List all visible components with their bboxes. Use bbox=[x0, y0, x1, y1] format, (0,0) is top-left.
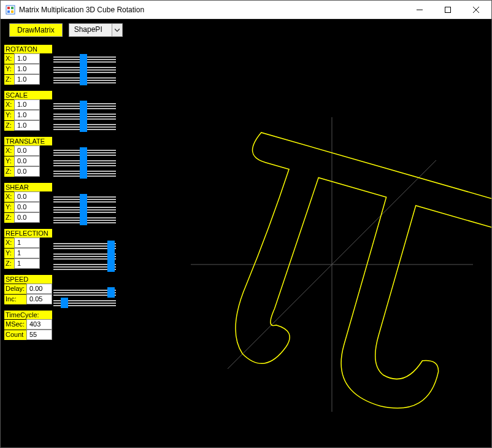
timecycle-row-count: Count55 bbox=[4, 330, 52, 340]
rotation-row-y: Y:1.0 bbox=[4, 64, 52, 74]
scale-x-slider[interactable] bbox=[53, 101, 116, 111]
scale-row-y: Y:1.0 bbox=[4, 110, 52, 120]
scale-z-value[interactable]: 1.0 bbox=[14, 120, 40, 131]
rotation-header: ROTATON bbox=[4, 45, 52, 53]
shear-z-value[interactable]: 0.0 bbox=[14, 212, 40, 223]
timecycle-count-value: 55 bbox=[26, 330, 52, 340]
scale-y-slider[interactable] bbox=[53, 111, 116, 122]
translate-row-y: Y:0.0 bbox=[4, 156, 52, 166]
reflection-z-label: Z: bbox=[4, 258, 14, 269]
toolbar: DrawMatrix ShapePI bbox=[9, 23, 123, 37]
shear-y-slider[interactable] bbox=[53, 204, 116, 215]
rotation-z-slider[interactable] bbox=[53, 75, 116, 85]
rotation-z-value[interactable]: 1.0 bbox=[14, 74, 40, 85]
rotation-section: ROTATON X:1.0 Y:1.0 Z:1.0 bbox=[4, 45, 52, 85]
scale-z-label: Z: bbox=[4, 120, 14, 131]
speed-section: SPEED Delay:0.00 Inc:0.05 bbox=[4, 275, 52, 304]
scale-y-value[interactable]: 1.0 bbox=[14, 110, 40, 120]
shear-section: SHEAR X:0.0 Y:0.0 Z:0.0 bbox=[4, 183, 52, 223]
translate-x-label: X: bbox=[4, 145, 14, 156]
close-button[interactable] bbox=[462, 1, 490, 19]
scale-y-label: Y: bbox=[4, 110, 14, 120]
shape-select[interactable]: ShapePI bbox=[69, 23, 123, 37]
shear-x-slider[interactable] bbox=[53, 194, 116, 204]
speed-inc-slider[interactable] bbox=[53, 298, 116, 308]
shear-row-x: X:0.0 bbox=[4, 191, 52, 202]
rotation-x-label: X: bbox=[4, 53, 14, 64]
shear-row-z: Z:0.0 bbox=[4, 212, 52, 223]
speed-inc-value[interactable]: 0.05 bbox=[26, 294, 52, 304]
translate-header: TRANSLATE bbox=[4, 137, 52, 145]
maximize-button[interactable] bbox=[434, 1, 462, 19]
control-panel: ROTATON X:1.0 Y:1.0 Z:1.0 SCALE X:1.0 Y:… bbox=[4, 45, 52, 346]
titlebar: Matrix Multiplication 3D Cube Rotation bbox=[1, 1, 491, 19]
svg-rect-6 bbox=[445, 7, 451, 12]
scale-row-x: X:1.0 bbox=[4, 99, 52, 110]
speed-delay-label: Delay: bbox=[4, 284, 26, 294]
reflection-y-value[interactable]: 1 bbox=[14, 248, 40, 258]
rotation-row-z: Z:1.0 bbox=[4, 74, 52, 85]
translate-z-label: Z: bbox=[4, 166, 14, 177]
scale-header: SCALE bbox=[4, 91, 52, 99]
translate-section: TRANSLATE X:0.0 Y:0.0 Z:0.0 bbox=[4, 137, 52, 177]
scale-sliders bbox=[53, 91, 116, 132]
translate-z-slider[interactable] bbox=[53, 168, 116, 179]
reflection-header: REFLECTION bbox=[4, 229, 52, 238]
reflection-z-value[interactable]: 1 bbox=[14, 258, 40, 269]
scale-row-z: Z:1.0 bbox=[4, 120, 52, 131]
shear-row-y: Y:0.0 bbox=[4, 202, 52, 212]
rotation-row-x: X:1.0 bbox=[4, 53, 52, 64]
timecycle-section: TimeCycle: MSec:403 Count55 bbox=[4, 311, 52, 340]
reflection-row-z: Z:1 bbox=[4, 258, 52, 269]
shear-sliders bbox=[53, 185, 116, 225]
speed-delay-slider[interactable] bbox=[53, 287, 116, 298]
rotation-x-slider[interactable] bbox=[53, 54, 116, 64]
reflection-z-slider[interactable] bbox=[53, 261, 116, 272]
pi-shape bbox=[194, 131, 491, 424]
translate-row-x: X:0.0 bbox=[4, 145, 52, 156]
reflection-x-slider[interactable] bbox=[53, 241, 116, 251]
speed-row-delay: Delay:0.00 bbox=[4, 284, 52, 294]
client-area: DrawMatrix ShapePI ROTATON X:1.0 Y:1.0 Z… bbox=[1, 19, 491, 447]
speed-inc-label: Inc: bbox=[4, 294, 26, 304]
shear-z-label: Z: bbox=[4, 212, 14, 223]
shear-x-label: X: bbox=[4, 191, 14, 202]
scale-z-slider[interactable] bbox=[53, 122, 116, 132]
minimize-button[interactable] bbox=[406, 1, 434, 19]
timecycle-msec-label: MSec: bbox=[4, 319, 26, 330]
timecycle-header: TimeCycle: bbox=[4, 311, 52, 319]
reflection-section: REFLECTION X:1 Y:1 Z:1 bbox=[4, 229, 52, 269]
timecycle-msec-value: 403 bbox=[26, 319, 52, 330]
reflection-x-label: X: bbox=[4, 238, 14, 248]
shear-z-slider[interactable] bbox=[53, 215, 116, 225]
timecycle-count-label: Count bbox=[4, 330, 26, 340]
speed-delay-value[interactable]: 0.00 bbox=[26, 284, 52, 294]
reflection-y-label: Y: bbox=[4, 248, 14, 258]
rotation-z-label: Z: bbox=[4, 74, 14, 85]
rotation-y-slider[interactable] bbox=[53, 64, 116, 75]
rotation-y-value[interactable]: 1.0 bbox=[14, 64, 40, 74]
window-title: Matrix Multiplication 3D Cube Rotation bbox=[19, 6, 406, 14]
timecycle-row-msec: MSec:403 bbox=[4, 319, 52, 330]
scale-x-value[interactable]: 1.0 bbox=[14, 99, 40, 110]
reflection-sliders bbox=[53, 231, 116, 272]
translate-z-value[interactable]: 0.0 bbox=[14, 166, 40, 177]
shear-y-value[interactable]: 0.0 bbox=[14, 202, 40, 212]
translate-y-value[interactable]: 0.0 bbox=[14, 156, 40, 166]
chevron-down-icon[interactable] bbox=[112, 23, 123, 37]
rotation-x-value[interactable]: 1.0 bbox=[14, 53, 40, 64]
shear-x-value[interactable]: 0.0 bbox=[14, 191, 40, 202]
svg-rect-3 bbox=[7, 10, 10, 13]
svg-rect-2 bbox=[11, 7, 13, 9]
translate-x-value[interactable]: 0.0 bbox=[14, 145, 40, 156]
translate-x-slider[interactable] bbox=[53, 147, 116, 158]
app-icon bbox=[6, 5, 15, 15]
reflection-x-value[interactable]: 1 bbox=[14, 238, 40, 248]
shear-y-label: Y: bbox=[4, 202, 14, 212]
translate-y-slider[interactable] bbox=[53, 158, 116, 168]
translate-row-z: Z:0.0 bbox=[4, 166, 52, 177]
reflection-y-slider[interactable] bbox=[53, 251, 116, 261]
draw-matrix-button[interactable]: DrawMatrix bbox=[9, 23, 63, 37]
reflection-row-x: X:1 bbox=[4, 238, 52, 248]
speed-header: SPEED bbox=[4, 275, 52, 284]
